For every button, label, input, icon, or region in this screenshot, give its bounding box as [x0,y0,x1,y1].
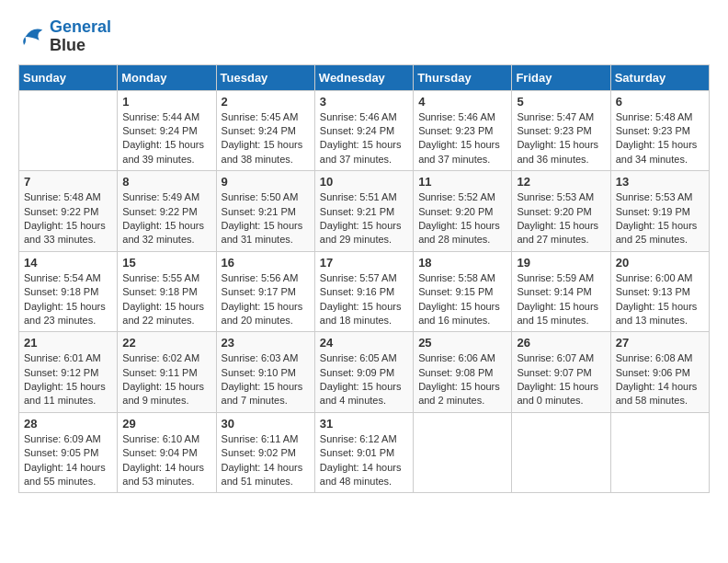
day-info: Sunrise: 5:53 AMSunset: 9:19 PMDaylight:… [616,190,704,247]
day-number: 7 [24,175,112,189]
day-info: Sunrise: 5:48 AMSunset: 9:23 PMDaylight:… [616,110,704,167]
day-info: Sunrise: 5:46 AMSunset: 9:23 PMDaylight:… [418,110,506,167]
day-info: Sunrise: 6:08 AMSunset: 9:06 PMDaylight:… [616,351,704,408]
day-info: Sunrise: 6:06 AMSunset: 9:08 PMDaylight:… [418,351,506,408]
day-info: Sunrise: 6:09 AMSunset: 9:05 PMDaylight:… [24,432,112,489]
weekday-header-sunday: Sunday [19,64,118,90]
day-info: Sunrise: 5:47 AMSunset: 9:23 PMDaylight:… [517,110,605,167]
day-number: 5 [517,95,605,109]
calendar-cell: 10Sunrise: 5:51 AMSunset: 9:21 PMDayligh… [314,171,413,252]
day-number: 30 [222,417,310,431]
day-info: Sunrise: 5:44 AMSunset: 9:24 PMDaylight:… [122,110,210,167]
calendar-cell: 21Sunrise: 6:01 AMSunset: 9:12 PMDayligh… [19,332,118,413]
day-number: 14 [24,256,112,270]
week-row-4: 21Sunrise: 6:01 AMSunset: 9:12 PMDayligh… [19,332,710,413]
calendar-cell: 23Sunrise: 6:03 AMSunset: 9:10 PMDayligh… [216,332,314,413]
day-info: Sunrise: 6:12 AMSunset: 9:01 PMDaylight:… [320,432,408,489]
calendar-cell: 7Sunrise: 5:48 AMSunset: 9:22 PMDaylight… [19,171,118,252]
calendar-cell: 26Sunrise: 6:07 AMSunset: 9:07 PMDayligh… [512,332,610,413]
day-info: Sunrise: 6:01 AMSunset: 9:12 PMDaylight:… [24,351,112,408]
day-number: 13 [616,175,704,189]
day-info: Sunrise: 5:59 AMSunset: 9:14 PMDaylight:… [517,271,605,328]
day-number: 4 [418,95,506,109]
calendar-cell: 15Sunrise: 5:55 AMSunset: 9:18 PMDayligh… [118,251,216,332]
calendar-cell: 25Sunrise: 6:06 AMSunset: 9:08 PMDayligh… [414,332,512,413]
day-info: Sunrise: 5:49 AMSunset: 9:22 PMDaylight:… [122,190,210,247]
day-info: Sunrise: 6:00 AMSunset: 9:13 PMDaylight:… [616,271,704,328]
day-number: 17 [320,256,408,270]
day-info: Sunrise: 5:56 AMSunset: 9:17 PMDaylight:… [222,271,310,328]
calendar-cell: 6Sunrise: 5:48 AMSunset: 9:23 PMDaylight… [610,90,709,171]
calendar-cell: 19Sunrise: 5:59 AMSunset: 9:14 PMDayligh… [512,251,610,332]
day-info: Sunrise: 5:52 AMSunset: 9:20 PMDaylight:… [418,190,506,247]
day-number: 6 [616,95,704,109]
calendar-cell: 29Sunrise: 6:10 AMSunset: 9:04 PMDayligh… [118,412,216,493]
calendar-cell: 22Sunrise: 6:02 AMSunset: 9:11 PMDayligh… [118,332,216,413]
day-info: Sunrise: 5:58 AMSunset: 9:15 PMDaylight:… [418,271,506,328]
logo-icon [18,23,46,51]
day-number: 29 [122,417,210,431]
weekday-header-wednesday: Wednesday [314,64,413,90]
weekday-header-tuesday: Tuesday [216,64,314,90]
day-number: 9 [222,175,310,189]
week-row-3: 14Sunrise: 5:54 AMSunset: 9:18 PMDayligh… [19,251,710,332]
weekday-header-monday: Monday [118,64,216,90]
calendar-table: SundayMondayTuesdayWednesdayThursdayFrid… [18,64,710,494]
day-number: 22 [122,336,210,350]
calendar-cell: 12Sunrise: 5:53 AMSunset: 9:20 PMDayligh… [512,171,610,252]
day-number: 3 [320,95,408,109]
day-info: Sunrise: 6:03 AMSunset: 9:10 PMDaylight:… [222,351,310,408]
day-number: 1 [122,95,210,109]
day-number: 25 [418,336,506,350]
week-row-1: 1Sunrise: 5:44 AMSunset: 9:24 PMDaylight… [19,90,710,171]
calendar-cell: 20Sunrise: 6:00 AMSunset: 9:13 PMDayligh… [610,251,709,332]
calendar-cell: 11Sunrise: 5:52 AMSunset: 9:20 PMDayligh… [414,171,512,252]
day-info: Sunrise: 6:07 AMSunset: 9:07 PMDaylight:… [517,351,605,408]
day-info: Sunrise: 6:11 AMSunset: 9:02 PMDaylight:… [222,432,310,489]
day-number: 15 [122,256,210,270]
day-number: 11 [418,175,506,189]
day-info: Sunrise: 6:05 AMSunset: 9:09 PMDaylight:… [320,351,408,408]
day-number: 21 [24,336,112,350]
calendar-cell: 9Sunrise: 5:50 AMSunset: 9:21 PMDaylight… [216,171,314,252]
calendar-cell: 14Sunrise: 5:54 AMSunset: 9:18 PMDayligh… [19,251,118,332]
day-number: 19 [517,256,605,270]
calendar-cell: 31Sunrise: 6:12 AMSunset: 9:01 PMDayligh… [314,412,413,493]
day-number: 18 [418,256,506,270]
weekday-header-thursday: Thursday [414,64,512,90]
day-number: 10 [320,175,408,189]
calendar-cell: 2Sunrise: 5:45 AMSunset: 9:24 PMDaylight… [216,90,314,171]
calendar-cell [610,412,709,493]
logo: General Blue [18,18,111,55]
week-row-5: 28Sunrise: 6:09 AMSunset: 9:05 PMDayligh… [19,412,710,493]
calendar-cell: 4Sunrise: 5:46 AMSunset: 9:23 PMDaylight… [414,90,512,171]
calendar-cell: 13Sunrise: 5:53 AMSunset: 9:19 PMDayligh… [610,171,709,252]
calendar-cell [19,90,118,171]
day-number: 24 [320,336,408,350]
weekday-header-friday: Friday [512,64,610,90]
day-number: 2 [222,95,310,109]
day-info: Sunrise: 6:10 AMSunset: 9:04 PMDaylight:… [122,432,210,489]
calendar-cell: 3Sunrise: 5:46 AMSunset: 9:24 PMDaylight… [314,90,413,171]
calendar-cell: 27Sunrise: 6:08 AMSunset: 9:06 PMDayligh… [610,332,709,413]
day-info: Sunrise: 5:57 AMSunset: 9:16 PMDaylight:… [320,271,408,328]
calendar-cell: 8Sunrise: 5:49 AMSunset: 9:22 PMDaylight… [118,171,216,252]
weekday-header-saturday: Saturday [610,64,709,90]
calendar-cell: 16Sunrise: 5:56 AMSunset: 9:17 PMDayligh… [216,251,314,332]
calendar-cell: 18Sunrise: 5:58 AMSunset: 9:15 PMDayligh… [414,251,512,332]
day-info: Sunrise: 5:50 AMSunset: 9:21 PMDaylight:… [222,190,310,247]
day-number: 20 [616,256,704,270]
day-number: 26 [517,336,605,350]
day-number: 16 [222,256,310,270]
calendar-cell [512,412,610,493]
calendar-cell: 24Sunrise: 6:05 AMSunset: 9:09 PMDayligh… [314,332,413,413]
day-info: Sunrise: 5:45 AMSunset: 9:24 PMDaylight:… [222,110,310,167]
day-info: Sunrise: 5:55 AMSunset: 9:18 PMDaylight:… [122,271,210,328]
calendar-cell: 1Sunrise: 5:44 AMSunset: 9:24 PMDaylight… [118,90,216,171]
day-number: 31 [320,417,408,431]
calendar-cell: 17Sunrise: 5:57 AMSunset: 9:16 PMDayligh… [314,251,413,332]
day-info: Sunrise: 5:51 AMSunset: 9:21 PMDaylight:… [320,190,408,247]
day-info: Sunrise: 5:53 AMSunset: 9:20 PMDaylight:… [517,190,605,247]
day-info: Sunrise: 6:02 AMSunset: 9:11 PMDaylight:… [122,351,210,408]
calendar-cell: 30Sunrise: 6:11 AMSunset: 9:02 PMDayligh… [216,412,314,493]
